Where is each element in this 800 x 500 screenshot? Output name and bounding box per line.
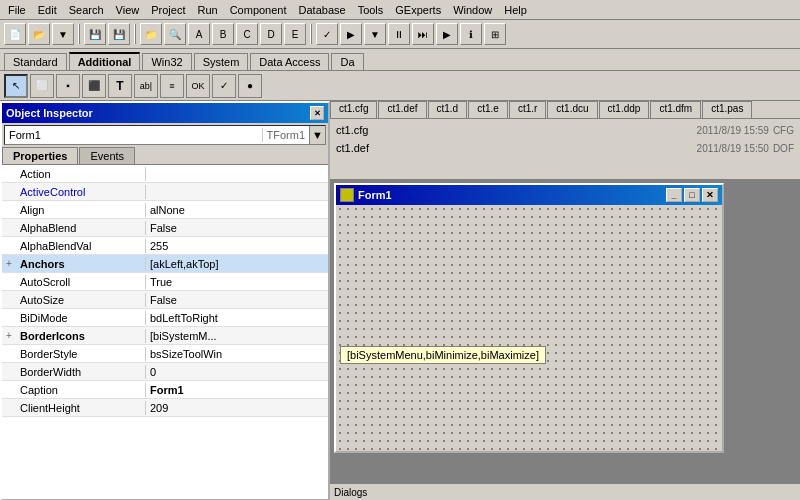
prop-value-autoscroll[interactable]: True [146,275,328,289]
prop-value-action[interactable] [146,173,328,175]
prop-expand-anchors[interactable]: + [2,258,16,269]
oi-object-dropdown[interactable]: Form1 TForm1 ▼ [4,125,326,145]
toolbar-btn-e[interactable]: E [284,23,306,45]
file-tab-dfm[interactable]: ct1.dfm [650,101,701,118]
prop-value-align[interactable]: alNone [146,203,328,217]
toolbar-open2-btn[interactable]: 📁 [140,23,162,45]
form-close-btn[interactable]: ✕ [702,188,718,202]
prop-name-autosize[interactable]: AutoSize [16,293,146,307]
toolbar-pause-btn[interactable]: ⏸ [388,23,410,45]
prop-value-activecontrol[interactable] [146,191,328,193]
file-tab-d[interactable]: ct1.d [428,101,468,118]
prop-value-clientheight[interactable]: 209 [146,401,328,415]
prop-name-alphablendval[interactable]: AlphaBlendVal [16,239,146,253]
prop-name-caption[interactable]: Caption [16,383,146,397]
toolbar-check-btn[interactable]: ✓ [316,23,338,45]
toolbar-step-btn[interactable]: ⏭ [412,23,434,45]
prop-row-autosize: AutoSize False [2,291,328,309]
file-tab-cfg[interactable]: ct1.cfg [330,101,377,118]
file-tab-dcu[interactable]: ct1.dcu [547,101,597,118]
toolbar-dropdown-btn[interactable]: ▼ [52,23,74,45]
toolbar-saveall-btn[interactable]: 💾 [108,23,130,45]
file-tab-pas[interactable]: ct1.pas [702,101,752,118]
comp-icon-memo[interactable]: ≡ [160,74,184,98]
right-panel: ct1.cfg ct1.def ct1.d ct1.e ct1.r ct1.dc… [330,101,800,500]
toolbar-info-btn[interactable]: ℹ [460,23,482,45]
menu-item-gexperts[interactable]: GExperts [389,2,447,18]
form-minimize-btn[interactable]: _ [666,188,682,202]
oi-tab-events[interactable]: Events [79,147,135,164]
prop-name-bordericons[interactable]: BorderIcons [16,329,146,343]
prop-name-action[interactable]: Action [16,167,146,181]
toolbar-save-btn[interactable]: 💾 [84,23,106,45]
prop-name-anchors[interactable]: Anchors [16,257,146,271]
oi-tab-properties[interactable]: Properties [2,147,78,164]
file-entry-def[interactable]: ct1.def 2011/8/19 15:50 DOF [332,139,798,157]
menu-item-help[interactable]: Help [498,2,533,18]
prop-value-borderstyle[interactable]: bsSizeToolWin [146,347,328,361]
tab-system[interactable]: System [194,53,249,70]
prop-value-bidimode[interactable]: bdLeftToRight [146,311,328,325]
file-tab-ddp[interactable]: ct1.ddp [599,101,650,118]
prop-value-alphablendval[interactable]: 255 [146,239,328,253]
prop-row-borderstyle: BorderStyle bsSizeToolWin [2,345,328,363]
prop-name-align[interactable]: Align [16,203,146,217]
comp-icon-scroll[interactable]: ⬛ [82,74,106,98]
arrow-tool[interactable]: ↖ [4,74,28,98]
file-entry-cfg[interactable]: ct1.cfg 2011/8/19 15:59 CFG [332,121,798,139]
prop-value-bordericons[interactable]: [biSystemM... [146,329,328,343]
toolbar-compile-btn[interactable]: ▶ [340,23,362,45]
prop-name-autoscroll[interactable]: AutoScroll [16,275,146,289]
prop-value-borderwidth[interactable]: 0 [146,365,328,379]
prop-name-clientheight[interactable]: ClientHeight [16,401,146,415]
comp-icon-panel[interactable]: ▪ [56,74,80,98]
menu-item-view[interactable]: View [110,2,146,18]
tab-standard[interactable]: Standard [4,53,67,70]
toolbar-btn-a[interactable]: A [188,23,210,45]
tab-da[interactable]: Da [331,53,363,70]
comp-icon-label[interactable]: T [108,74,132,98]
prop-expand-bordericons[interactable]: + [2,330,16,341]
prop-name-activecontrol[interactable]: ActiveControl [16,185,146,199]
prop-value-caption[interactable]: Form1 [146,383,328,397]
toolbar-class-btn[interactable]: ⊞ [484,23,506,45]
toolbar-browse-btn[interactable]: 🔍 [164,23,186,45]
oi-dropdown-arrow[interactable]: ▼ [309,126,325,144]
oi-close-btn[interactable]: ✕ [310,106,324,120]
toolbar-btn-b[interactable]: B [212,23,234,45]
toolbar-compile-dd-btn[interactable]: ▼ [364,23,386,45]
comp-icon-edit[interactable]: ab| [134,74,158,98]
menu-item-database[interactable]: Database [293,2,352,18]
prop-name-bidimode[interactable]: BiDiMode [16,311,146,325]
prop-value-alphablend[interactable]: False [146,221,328,235]
menu-item-component[interactable]: Component [224,2,293,18]
toolbar-btn-c[interactable]: C [236,23,258,45]
toolbar-open-btn[interactable]: 📂 [28,23,50,45]
prop-name-alphablend[interactable]: AlphaBlend [16,221,146,235]
tab-win32[interactable]: Win32 [142,53,191,70]
comp-icon-radio[interactable]: ● [238,74,262,98]
comp-icon-check[interactable]: ✓ [212,74,236,98]
tab-dataaccess[interactable]: Data Access [250,53,329,70]
menu-item-search[interactable]: Search [63,2,110,18]
comp-icon-button[interactable]: OK [186,74,210,98]
prop-name-borderwidth[interactable]: BorderWidth [16,365,146,379]
menu-item-project[interactable]: Project [145,2,191,18]
menu-item-run[interactable]: Run [191,2,223,18]
file-tab-def[interactable]: ct1.def [378,101,426,118]
menu-item-edit[interactable]: Edit [32,2,63,18]
file-tab-e[interactable]: ct1.e [468,101,508,118]
prop-value-autosize[interactable]: False [146,293,328,307]
toolbar-btn-d[interactable]: D [260,23,282,45]
file-tab-r[interactable]: ct1.r [509,101,546,118]
toolbar-new-btn[interactable]: 📄 [4,23,26,45]
form-maximize-btn[interactable]: □ [684,188,700,202]
menu-item-window[interactable]: Window [447,2,498,18]
prop-value-anchors[interactable]: [akLeft,akTop] [146,257,328,271]
toolbar-run-btn[interactable]: ▶ [436,23,458,45]
menu-item-file[interactable]: File [2,2,32,18]
tab-additional[interactable]: Additional [69,52,141,70]
comp-icon-frame[interactable]: ⬜ [30,74,54,98]
prop-name-borderstyle[interactable]: BorderStyle [16,347,146,361]
menu-item-tools[interactable]: Tools [352,2,390,18]
